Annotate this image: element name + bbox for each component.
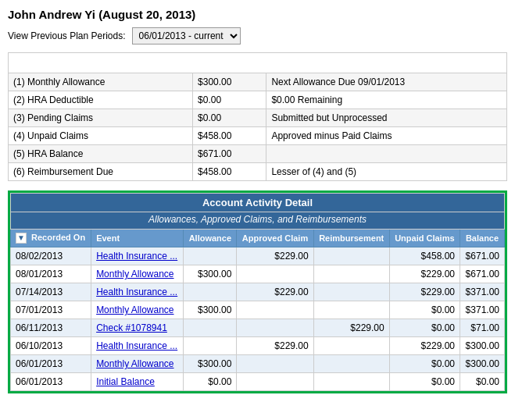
cell-event-0[interactable]: Health Insurance ... — [91, 247, 184, 265]
cell-balance-1: $671.00 — [460, 265, 505, 283]
col-header-allowance[interactable]: Allowance — [184, 230, 237, 247]
summary-row-note-5: Lesser of (4) and (5) — [266, 163, 507, 181]
cell-balance-7: $0.00 — [460, 373, 505, 391]
cell-balance-6: $300.00 — [460, 355, 505, 373]
cell-reimb-0 — [313, 247, 389, 265]
cell-event-5[interactable]: Health Insurance ... — [91, 337, 184, 355]
col-header-event[interactable]: Event — [91, 230, 184, 247]
cell-reimb-6 — [313, 355, 389, 373]
table-row: 06/11/2013 Check #1078941 $229.00 $0.00 … — [11, 319, 505, 337]
cell-balance-3: $371.00 — [460, 301, 505, 319]
cell-unpaid-4: $0.00 — [389, 319, 460, 337]
summary-row-label-5: (6) Reimbursement Due — [9, 163, 193, 181]
page-title: John Andrew Yi (August 20, 2013) — [8, 8, 507, 21]
cell-event-3[interactable]: Monthly Allowance — [91, 301, 184, 319]
cell-approved-6 — [237, 355, 313, 373]
cell-event-2[interactable]: Health Insurance ... — [91, 283, 184, 301]
cell-allowance-4 — [184, 319, 237, 337]
cell-approved-4 — [237, 319, 313, 337]
cell-approved-2: $229.00 — [237, 283, 313, 301]
summary-row-label-0: (1) Monthly Allowance — [9, 73, 193, 91]
view-period-select[interactable]: 06/01/2013 - current — [132, 27, 241, 44]
cell-approved-3 — [237, 301, 313, 319]
cell-allowance-1: $300.00 — [184, 265, 237, 283]
cell-approved-1 — [237, 265, 313, 283]
cell-approved-7 — [237, 373, 313, 391]
cell-date-7: 06/01/2013 — [11, 373, 91, 391]
cell-date-3: 07/01/2013 — [11, 301, 91, 319]
cell-unpaid-5: $229.00 — [389, 337, 460, 355]
cell-event-6[interactable]: Monthly Allowance — [91, 355, 184, 373]
cell-unpaid-2: $229.00 — [389, 283, 460, 301]
col-header-approved-claim[interactable]: Approved Claim — [237, 230, 313, 247]
cell-balance-2: $371.00 — [460, 283, 505, 301]
cell-date-4: 06/11/2013 — [11, 319, 91, 337]
activity-main-header: Account Activity Detail — [11, 194, 505, 212]
cell-balance-5: $300.00 — [460, 337, 505, 355]
table-row: 07/14/2013 Health Insurance ... $229.00 … — [11, 283, 505, 301]
cell-allowance-3: $300.00 — [184, 301, 237, 319]
cell-unpaid-3: $0.00 — [389, 301, 460, 319]
table-row: 06/01/2013 Monthly Allowance $300.00 $0.… — [11, 355, 505, 373]
cell-reimb-4: $229.00 — [313, 319, 389, 337]
summary-row-label-1: (2) HRA Deductible — [9, 91, 193, 109]
account-summary-table: Account Summary (1) Monthly Allowance $3… — [8, 52, 507, 181]
cell-unpaid-6: $0.00 — [389, 355, 460, 373]
summary-row-note-0: Next Allowance Due 09/01/2013 — [266, 73, 507, 91]
cell-unpaid-0: $458.00 — [389, 247, 460, 265]
cell-balance-0: $671.00 — [460, 247, 505, 265]
table-row: 08/01/2013 Monthly Allowance $300.00 $22… — [11, 265, 505, 283]
activity-sub-header: Allowances, Approved Claims, and Reimbur… — [11, 212, 505, 230]
col-header-balance[interactable]: Balance — [460, 230, 505, 247]
cell-approved-0: $229.00 — [237, 247, 313, 265]
table-row: 06/01/2013 Initial Balance $0.00 $0.00 $… — [11, 373, 505, 391]
cell-unpaid-1: $229.00 — [389, 265, 460, 283]
table-row: 07/01/2013 Monthly Allowance $300.00 $0.… — [11, 301, 505, 319]
summary-row-label-2: (3) Pending Claims — [9, 109, 193, 127]
summary-row-value-2: $0.00 — [193, 109, 266, 127]
cell-reimb-5 — [313, 337, 389, 355]
summary-row-value-3: $458.00 — [193, 127, 266, 145]
summary-row-label-4: (5) HRA Balance — [9, 145, 193, 163]
summary-row-value-5: $458.00 — [193, 163, 266, 181]
summary-row-label-3: (4) Unpaid Claims — [9, 127, 193, 145]
summary-row-note-2: Submitted but Unprocessed — [266, 109, 507, 127]
summary-row-value-4: $671.00 — [193, 145, 266, 163]
summary-row-note-3: Approved minus Paid Claims — [266, 127, 507, 145]
view-period-label: View Previous Plan Periods: — [8, 30, 126, 41]
cell-date-5: 06/10/2013 — [11, 337, 91, 355]
cell-reimb-1 — [313, 265, 389, 283]
summary-row-note-1: $0.00 Remaining — [266, 91, 507, 109]
cell-reimb-7 — [313, 373, 389, 391]
activity-detail-table: Account Activity Detail Allowances, Appr… — [10, 193, 505, 391]
cell-reimb-3 — [313, 301, 389, 319]
cell-event-1[interactable]: Monthly Allowance — [91, 265, 184, 283]
sort-icon-recorded-on[interactable]: ▼ — [16, 233, 27, 244]
cell-allowance-6: $300.00 — [184, 355, 237, 373]
cell-date-6: 06/01/2013 — [11, 355, 91, 373]
summary-row-value-0: $300.00 — [193, 73, 266, 91]
col-header-recorded-on[interactable]: ▼ Recorded On — [11, 230, 91, 247]
table-row: 08/02/2013 Health Insurance ... $229.00 … — [11, 247, 505, 265]
summary-row-value-1: $0.00 — [193, 91, 266, 109]
col-header-reimbursement[interactable]: Reimbursement — [313, 230, 389, 247]
activity-detail-container: Account Activity Detail Allowances, Appr… — [8, 190, 507, 393]
cell-allowance-0 — [184, 247, 237, 265]
cell-allowance-2 — [184, 283, 237, 301]
cell-date-2: 07/14/2013 — [11, 283, 91, 301]
cell-date-1: 08/01/2013 — [11, 265, 91, 283]
cell-approved-5: $229.00 — [237, 337, 313, 355]
cell-balance-4: $71.00 — [460, 319, 505, 337]
cell-event-7[interactable]: Initial Balance — [91, 373, 184, 391]
summary-header: Account Summary — [9, 53, 507, 73]
cell-reimb-2 — [313, 283, 389, 301]
summary-row-note-4 — [266, 145, 507, 163]
cell-allowance-7: $0.00 — [184, 373, 237, 391]
table-row: 06/10/2013 Health Insurance ... $229.00 … — [11, 337, 505, 355]
cell-unpaid-7: $0.00 — [389, 373, 460, 391]
cell-allowance-5 — [184, 337, 237, 355]
cell-date-0: 08/02/2013 — [11, 247, 91, 265]
col-header-unpaid-claims[interactable]: Unpaid Claims — [389, 230, 460, 247]
cell-event-4[interactable]: Check #1078941 — [91, 319, 184, 337]
